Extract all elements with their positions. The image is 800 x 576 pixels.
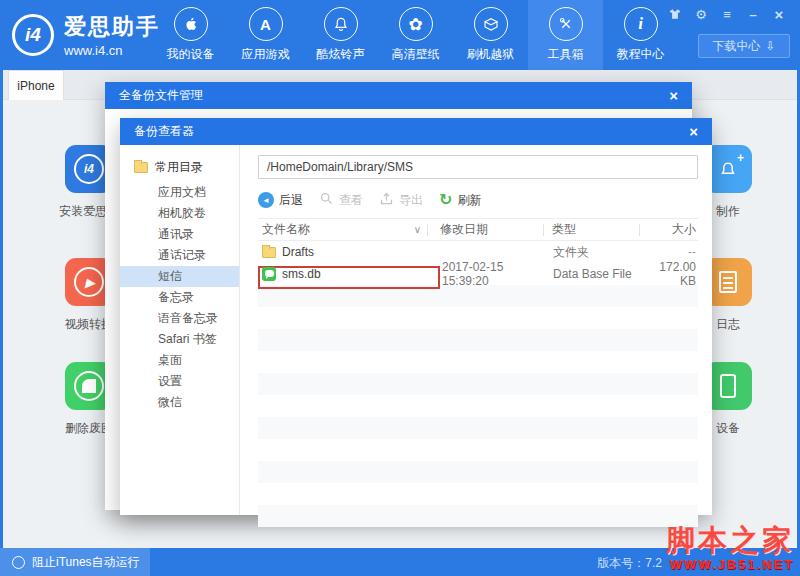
download-icon: ⇩ bbox=[765, 39, 775, 53]
file-date: 2017-02-15 15:39:20 bbox=[430, 260, 545, 288]
apple-icon bbox=[174, 7, 208, 41]
sidebar-item-call-log[interactable]: 通话记录 bbox=[120, 245, 239, 266]
file-type: 文件夹 bbox=[545, 244, 640, 261]
backup-manager-titlebar: 全备份文件管理 × bbox=[105, 82, 692, 109]
col-size[interactable]: 大小 bbox=[640, 221, 698, 238]
theme-shirt-icon[interactable] bbox=[668, 7, 682, 21]
nav-label: 酷炫铃声 bbox=[317, 46, 365, 63]
back-label: 后退 bbox=[279, 192, 303, 209]
toolbox-icon bbox=[549, 7, 583, 41]
file-size: -- bbox=[640, 245, 698, 259]
view-button[interactable]: 查看 bbox=[319, 191, 363, 209]
minimize-icon[interactable]: – bbox=[746, 7, 760, 21]
block-itunes-toggle[interactable]: 阻止iTunes自动运行 bbox=[0, 548, 150, 576]
close-icon[interactable]: × bbox=[669, 88, 678, 103]
sidebar-item-settings[interactable]: 设置 bbox=[120, 371, 239, 392]
file-pane: /HomeDomain/Library/SMS ◄ 后退 查看 bbox=[240, 145, 712, 515]
sidebar-item-sms[interactable]: 短信 bbox=[120, 266, 239, 287]
directory-sidebar: 常用目录 应用文档 相机胶卷 通讯录 通话记录 短信 备忘录 语音备忘录 Saf… bbox=[120, 145, 240, 515]
tab-iphone[interactable]: iPhone bbox=[8, 70, 64, 100]
path-input[interactable]: /HomeDomain/Library/SMS bbox=[258, 155, 698, 179]
appstore-icon: A bbox=[249, 7, 283, 41]
bell-icon bbox=[324, 7, 358, 41]
sidebar-item-wechat[interactable]: 微信 bbox=[120, 392, 239, 413]
nav-app-games[interactable]: A 应用游戏 bbox=[228, 0, 303, 70]
back-button[interactable]: ◄ 后退 bbox=[258, 192, 303, 209]
nav-jailbreak[interactable]: 刷机越狱 bbox=[453, 0, 528, 70]
empty-rows bbox=[258, 285, 698, 527]
close-icon[interactable]: × bbox=[689, 124, 698, 139]
sidebar-item-app-docs[interactable]: 应用文档 bbox=[120, 182, 239, 203]
download-center-button[interactable]: 下载中心 ⇩ bbox=[698, 34, 790, 58]
col-type[interactable]: 类型 bbox=[544, 221, 639, 238]
main-nav: 我的设备 A 应用游戏 酷炫铃声 ✿ 高清壁纸 刷机越狱 bbox=[153, 0, 678, 70]
magnifier-icon bbox=[319, 191, 334, 209]
nav-label: 刷机越狱 bbox=[467, 46, 515, 63]
sidebar-root-label: 常用目录 bbox=[155, 159, 203, 176]
folder-icon bbox=[262, 247, 276, 258]
sidebar-item-contacts[interactable]: 通讯录 bbox=[120, 224, 239, 245]
brand-name: 爱思助手 bbox=[64, 12, 160, 42]
nav-label: 工具箱 bbox=[548, 46, 584, 63]
backup-manager-title: 全备份文件管理 bbox=[119, 87, 203, 104]
radio-circle-icon bbox=[12, 556, 25, 569]
export-icon bbox=[379, 191, 394, 209]
sidebar-item-camera-roll[interactable]: 相机胶卷 bbox=[120, 203, 239, 224]
backup-viewer-dialog: 备份查看器 × 常用目录 应用文档 相机胶卷 通讯录 通话记录 短信 备忘录 语… bbox=[120, 118, 712, 515]
sidebar-item-safari-bookmarks[interactable]: Safari 书签 bbox=[120, 329, 239, 350]
messages-icon bbox=[262, 267, 276, 281]
sidebar-item-voice-memos[interactable]: 语音备忘录 bbox=[120, 308, 239, 329]
view-label: 查看 bbox=[339, 192, 363, 209]
col-filename[interactable]: 文件名称 bbox=[262, 221, 310, 238]
file-size: 172.00 KB bbox=[640, 260, 698, 288]
refresh-icon: ↻ bbox=[439, 192, 452, 208]
nav-label: 应用游戏 bbox=[242, 46, 290, 63]
table-row-sms-db[interactable]: sms.db 2017-02-15 15:39:20 Data Base Fil… bbox=[258, 263, 698, 285]
nav-toolbox[interactable]: 工具箱 bbox=[528, 0, 603, 70]
sidebar-root-common-dirs[interactable]: 常用目录 bbox=[120, 155, 239, 182]
header: i4 爱思助手 www.i4.cn 我的设备 A 应用游戏 酷炫铃声 bbox=[0, 0, 800, 70]
sidebar-item-desktop[interactable]: 桌面 bbox=[120, 350, 239, 371]
nav-ringtones[interactable]: 酷炫铃声 bbox=[303, 0, 378, 70]
nav-label: 教程中心 bbox=[617, 46, 665, 63]
main-menu-icon[interactable]: ≡ bbox=[720, 7, 734, 21]
table-header-row: 文件名称 ∨ 修改日期 类型 大小 bbox=[258, 218, 698, 241]
nav-label: 高清壁纸 bbox=[392, 46, 440, 63]
export-label: 导出 bbox=[399, 192, 423, 209]
brand: i4 爱思助手 www.i4.cn bbox=[12, 12, 160, 58]
backup-viewer-title: 备份查看器 bbox=[134, 123, 194, 140]
jailbreak-box-icon bbox=[474, 7, 508, 41]
version-label: 版本号：7.2 bbox=[597, 555, 662, 572]
file-toolbar: ◄ 后退 查看 导出 bbox=[258, 188, 698, 212]
i4-logo: i4 bbox=[12, 14, 54, 56]
nav-my-devices[interactable]: 我的设备 bbox=[153, 0, 228, 70]
window-controls: ⚙ ≡ – × bbox=[668, 7, 786, 21]
backup-viewer-titlebar: 备份查看器 × bbox=[120, 118, 712, 145]
sidebar-item-notes[interactable]: 备忘录 bbox=[120, 287, 239, 308]
nav-label: 我的设备 bbox=[167, 46, 215, 63]
status-bar: 阻止iTunes自动运行 版本号：7.2 bbox=[0, 548, 800, 576]
app-window: i4 爱思助手 www.i4.cn 我的设备 A 应用游戏 酷炫铃声 bbox=[0, 0, 800, 576]
file-name: sms.db bbox=[282, 267, 321, 281]
logo-text: i4 bbox=[25, 24, 41, 46]
info-icon: i bbox=[624, 7, 658, 41]
folder-icon bbox=[134, 162, 148, 173]
nav-tutorials[interactable]: i 教程中心 bbox=[603, 0, 678, 70]
chevron-down-icon[interactable]: ∨ bbox=[414, 224, 421, 235]
file-name: Drafts bbox=[282, 245, 314, 259]
wallpaper-icon: ✿ bbox=[399, 7, 433, 41]
refresh-button[interactable]: ↻ 刷新 bbox=[439, 192, 481, 209]
close-icon[interactable]: × bbox=[772, 7, 786, 21]
brand-url: www.i4.cn bbox=[64, 43, 160, 58]
settings-gear-icon[interactable]: ⚙ bbox=[694, 7, 708, 21]
file-type: Data Base File bbox=[545, 267, 640, 281]
file-table: 文件名称 ∨ 修改日期 类型 大小 Drafts bbox=[258, 218, 698, 527]
col-modified-date[interactable]: 修改日期 bbox=[428, 221, 543, 238]
refresh-label: 刷新 bbox=[457, 192, 481, 209]
back-arrow-icon: ◄ bbox=[258, 192, 274, 208]
nav-wallpapers[interactable]: ✿ 高清壁纸 bbox=[378, 0, 453, 70]
download-center-label: 下载中心 bbox=[712, 38, 760, 55]
export-button[interactable]: 导出 bbox=[379, 191, 423, 209]
block-itunes-label: 阻止iTunes自动运行 bbox=[32, 554, 140, 571]
